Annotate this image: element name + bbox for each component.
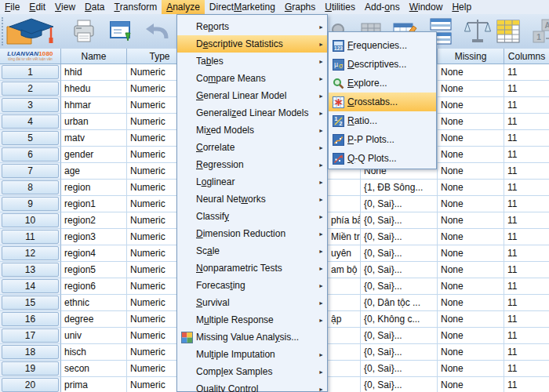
cell-name[interactable]: univ bbox=[61, 328, 127, 344]
cell-columns[interactable]: 11 bbox=[504, 130, 549, 147]
undo-icon[interactable] bbox=[144, 16, 171, 46]
cell-values[interactable]: {0, Sai}... bbox=[361, 196, 438, 212]
cell-missing[interactable]: None bbox=[438, 311, 504, 328]
row-number-cell[interactable]: 17 bbox=[0, 328, 61, 344]
cell-missing[interactable]: None bbox=[438, 212, 504, 229]
row-number-cell[interactable]: 7 bbox=[0, 163, 61, 180]
cell-values[interactable]: {0, Sai}... bbox=[361, 377, 438, 392]
open-save-watermark-logo-icon[interactable] bbox=[5, 16, 56, 46]
menubar-item-utilities[interactable]: Utilities bbox=[320, 0, 360, 14]
cell-missing[interactable]: None bbox=[438, 344, 504, 361]
row-number-cell[interactable]: 9 bbox=[0, 196, 61, 212]
cell-name[interactable]: prima bbox=[61, 377, 127, 392]
row-number-cell[interactable]: 2 bbox=[0, 81, 61, 97]
cell-values[interactable]: {0, Không c... bbox=[361, 311, 438, 328]
row-number-button[interactable]: 10 bbox=[2, 213, 59, 227]
row-number-cell[interactable]: 3 bbox=[0, 97, 61, 114]
menubar-item-add-ons[interactable]: Add-ons bbox=[360, 0, 405, 14]
menu-item-multiple-imputation[interactable]: Multiple Imputation► bbox=[177, 346, 327, 363]
menu-item-general-linear-model[interactable]: General Linear Model► bbox=[177, 87, 327, 104]
cell-missing[interactable]: None bbox=[438, 196, 504, 212]
cell-name[interactable]: hhedu bbox=[61, 81, 127, 97]
menubar-item-direct-marketing[interactable]: Direct Marketing bbox=[205, 0, 280, 14]
row-number-button[interactable]: 12 bbox=[2, 246, 59, 260]
cell-columns[interactable]: 11 bbox=[504, 278, 549, 295]
menubar-item-analyze[interactable]: Analyze bbox=[162, 0, 205, 14]
row-number-button[interactable]: 1 bbox=[2, 65, 59, 79]
cell-values[interactable]: {0, Sai}... bbox=[361, 229, 438, 245]
cell-missing[interactable]: None bbox=[438, 278, 504, 295]
row-number-button[interactable]: 5 bbox=[2, 131, 59, 145]
cell-columns[interactable]: 11 bbox=[504, 212, 549, 229]
cell-missing[interactable]: None bbox=[438, 147, 504, 163]
cell-name[interactable]: region2 bbox=[61, 212, 127, 229]
cell-values[interactable]: {0, Sai}... bbox=[361, 212, 438, 229]
cell-missing[interactable]: None bbox=[438, 295, 504, 311]
cell-values[interactable]: {0, Dân tộc ... bbox=[361, 295, 438, 311]
cell-columns[interactable]: 11 bbox=[504, 311, 549, 328]
recall-dialogs-icon[interactable] bbox=[108, 16, 133, 46]
menu-item-classify[interactable]: Classify► bbox=[177, 208, 327, 225]
cell-values[interactable]: {0, Sai}... bbox=[361, 328, 438, 344]
cell-columns[interactable]: 11 bbox=[504, 377, 549, 392]
row-number-button[interactable]: 3 bbox=[2, 98, 59, 112]
menu-item-multiple-response[interactable]: Multiple Response► bbox=[177, 311, 327, 328]
submenu-item-p-p-plots[interactable]: P-P Plots... bbox=[329, 130, 436, 149]
row-number-cell[interactable]: 14 bbox=[0, 278, 61, 295]
menu-item-forecasting[interactable]: Forecasting► bbox=[177, 277, 327, 294]
cell-name[interactable]: ethnic bbox=[61, 295, 127, 311]
menu-item-compare-means[interactable]: Compare Means► bbox=[177, 70, 327, 87]
row-number-cell[interactable]: 16 bbox=[0, 311, 61, 328]
cell-values[interactable]: {0, Sai}... bbox=[361, 278, 438, 295]
submenu-item-q-q-plots[interactable]: Q-Q Plots... bbox=[329, 149, 436, 168]
menu-item-survival[interactable]: Survival► bbox=[177, 294, 327, 311]
cell-missing[interactable]: None bbox=[438, 229, 504, 245]
menubar-item-graphs[interactable]: Graphs bbox=[280, 0, 320, 14]
menubar-item-file[interactable]: File bbox=[0, 0, 24, 14]
cell-columns[interactable]: 11 bbox=[504, 97, 549, 114]
cell-values[interactable]: {0, Sai}... bbox=[361, 245, 438, 262]
row-number-cell[interactable]: 13 bbox=[0, 262, 61, 278]
cell-columns[interactable]: 11 bbox=[504, 163, 549, 180]
cell-columns[interactable]: 11 bbox=[504, 328, 549, 344]
menu-item-neural-networks[interactable]: Neural Networks► bbox=[177, 191, 327, 208]
cell-missing[interactable]: None bbox=[438, 97, 504, 114]
submenu-item-frequencies[interactable]: 123Frequencies... bbox=[329, 36, 436, 55]
cell-columns[interactable]: 11 bbox=[504, 295, 549, 311]
cell-name[interactable]: hhmar bbox=[61, 97, 127, 114]
row-number-button[interactable]: 14 bbox=[2, 279, 59, 293]
row-number-button[interactable]: 4 bbox=[2, 114, 59, 129]
cell-columns[interactable]: 11 bbox=[504, 114, 549, 130]
row-number-button[interactable]: 15 bbox=[2, 296, 59, 310]
cell-values[interactable]: {0, Sai}... bbox=[361, 361, 438, 377]
cell-values[interactable]: {0, Sai}... bbox=[361, 262, 438, 278]
cell-columns[interactable]: 11 bbox=[504, 361, 549, 377]
row-number-button[interactable]: 20 bbox=[2, 378, 59, 392]
menu-item-mixed-models[interactable]: Mixed Models► bbox=[177, 122, 327, 139]
row-number-cell[interactable]: 12 bbox=[0, 245, 61, 262]
cell-missing[interactable]: None bbox=[438, 245, 504, 262]
submenu-item-ratio[interactable]: 12Ratio... bbox=[329, 111, 436, 130]
cell-missing[interactable]: None bbox=[438, 130, 504, 147]
row-number-button[interactable]: 7 bbox=[2, 164, 59, 178]
submenu-item-explore[interactable]: Explore... bbox=[329, 74, 436, 93]
weight-cases-icon[interactable] bbox=[464, 16, 491, 46]
cell-values[interactable]: {1, ĐB Sông... bbox=[361, 180, 438, 196]
cell-values[interactable]: {0, Sai}... bbox=[361, 344, 438, 361]
cell-name[interactable]: hhid bbox=[61, 64, 127, 81]
print-icon[interactable] bbox=[72, 16, 96, 46]
cell-name[interactable]: region5 bbox=[61, 262, 127, 278]
cell-columns[interactable]: 11 bbox=[504, 196, 549, 212]
cell-columns[interactable]: 11 bbox=[504, 344, 549, 361]
cell-name[interactable]: age bbox=[61, 163, 127, 180]
row-number-cell[interactable]: 11 bbox=[0, 229, 61, 245]
row-number-cell[interactable]: 6 bbox=[0, 147, 61, 163]
cell-columns[interactable]: 11 bbox=[504, 229, 549, 245]
cell-columns[interactable]: 11 bbox=[504, 245, 549, 262]
row-number-cell[interactable]: 20 bbox=[0, 377, 61, 392]
cell-missing[interactable]: None bbox=[438, 64, 504, 81]
row-number-cell[interactable]: 5 bbox=[0, 130, 61, 147]
row-number-cell[interactable]: 4 bbox=[0, 114, 61, 130]
row-number-cell[interactable]: 19 bbox=[0, 361, 61, 377]
cell-name[interactable]: region6 bbox=[61, 278, 127, 295]
